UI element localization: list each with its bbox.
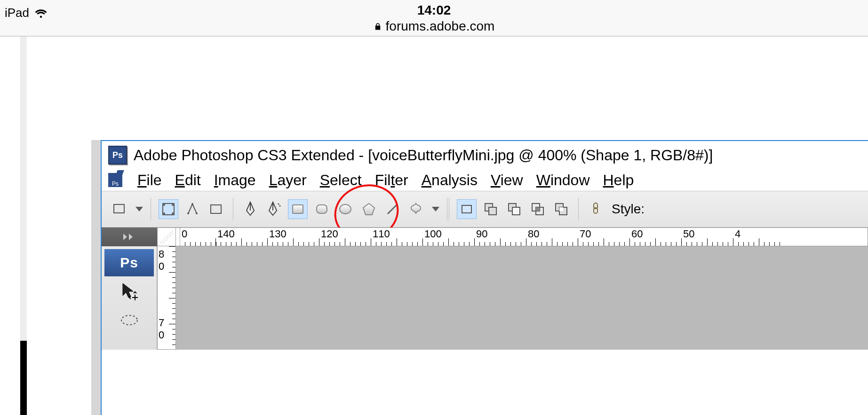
menu-select[interactable]: Select xyxy=(320,172,362,189)
svg-marker-30 xyxy=(123,234,127,240)
svg-point-36 xyxy=(121,315,137,325)
svg-point-16 xyxy=(340,204,351,214)
url-text: forums.adobe.com xyxy=(386,19,495,34)
polygon-shape-button[interactable] xyxy=(359,200,378,219)
clock: 14:02 xyxy=(374,3,495,18)
svg-marker-17 xyxy=(363,204,374,215)
menu-edit[interactable]: Edit xyxy=(175,172,201,189)
lock-icon xyxy=(374,22,382,31)
menu-file[interactable]: File xyxy=(137,172,162,189)
ruler-origin-corner[interactable] xyxy=(157,227,176,246)
canvas-area[interactable] xyxy=(176,246,868,350)
ios-status-bar: iPad 14:02 forums.adobe.com xyxy=(0,0,868,37)
vruler-label: 0 xyxy=(159,260,164,273)
svg-point-5 xyxy=(172,212,174,214)
paths-button[interactable] xyxy=(183,200,202,219)
ruler-label: 80 xyxy=(528,228,539,240)
ruler-label: 60 xyxy=(631,228,643,240)
menu-image[interactable]: Image xyxy=(214,172,256,189)
menu-layer[interactable]: Layer xyxy=(269,172,307,189)
window-title-bar[interactable]: Ps Adobe Photoshop CS3 Extended - [voice… xyxy=(102,141,868,169)
svg-marker-31 xyxy=(129,234,133,240)
svg-point-4 xyxy=(163,212,165,214)
menu-help[interactable]: Help xyxy=(603,172,634,189)
svg-rect-23 xyxy=(512,207,520,215)
shape-layers-button[interactable] xyxy=(159,199,178,219)
photoshop-logo-icon: Ps xyxy=(108,146,127,164)
tool-preset-dropdown-icon[interactable] xyxy=(135,207,143,211)
svg-rect-14 xyxy=(293,205,303,213)
ruler-label: 120 xyxy=(321,228,338,240)
svg-rect-15 xyxy=(317,205,327,213)
svg-rect-19 xyxy=(462,205,471,213)
ruler-label: 110 xyxy=(373,228,390,240)
svg-rect-29 xyxy=(559,207,563,211)
menu-view[interactable]: View xyxy=(491,172,523,189)
pathfinder-exclude-button[interactable] xyxy=(552,200,571,219)
svg-line-33 xyxy=(162,233,174,244)
ruler-zero-marker xyxy=(180,228,181,246)
pathfinder-create-button[interactable] xyxy=(457,199,477,219)
rounded-rectangle-shape-button[interactable] xyxy=(312,200,331,219)
svg-rect-0 xyxy=(114,204,124,213)
wifi-icon xyxy=(34,6,48,20)
menu-window[interactable]: Window xyxy=(536,172,590,189)
vruler-label: 8 xyxy=(159,248,164,260)
ruler-zero-label: 0 xyxy=(182,228,187,240)
svg-point-12 xyxy=(278,204,279,205)
svg-point-6 xyxy=(187,212,189,214)
svg-line-32 xyxy=(160,231,173,243)
svg-rect-21 xyxy=(489,207,496,215)
vruler-label: 7 xyxy=(159,317,164,329)
ruler-label: 70 xyxy=(580,228,591,240)
screenshot-left-edge xyxy=(91,140,101,415)
device-name: iPad xyxy=(5,6,29,20)
svg-line-18 xyxy=(388,204,397,214)
panel-collapse-toggle[interactable] xyxy=(102,227,157,246)
svg-point-7 xyxy=(196,212,198,214)
svg-rect-26 xyxy=(536,207,540,211)
pathfinder-subtract-button[interactable] xyxy=(505,200,524,219)
line-shape-button[interactable] xyxy=(383,200,402,219)
ruler-label: 90 xyxy=(476,228,487,240)
style-link-icon[interactable] xyxy=(586,200,605,219)
svg-point-13 xyxy=(279,205,281,207)
pathfinder-intersect-button[interactable] xyxy=(528,200,547,219)
ruler-label: 140 xyxy=(217,228,235,240)
svg-point-8 xyxy=(191,203,193,205)
ruler-label: 130 xyxy=(269,228,287,240)
menu-filter[interactable]: Filter xyxy=(375,172,408,189)
pathfinder-add-button[interactable] xyxy=(481,200,500,219)
forum-left-gutter xyxy=(20,37,27,415)
browser-url[interactable]: forums.adobe.com xyxy=(374,19,495,34)
ruler-label: 50 xyxy=(683,228,694,240)
ellipse-shape-button[interactable] xyxy=(336,200,355,219)
vertical-ruler[interactable]: 8070 xyxy=(157,246,176,350)
svg-point-3 xyxy=(172,204,174,206)
svg-point-2 xyxy=(163,204,165,206)
style-label: Style: xyxy=(612,202,645,217)
menu-bar: Ps File Edit Image Layer Select Filter A… xyxy=(102,169,868,191)
window-title: Adobe Photoshop CS3 Extended - [voiceBut… xyxy=(134,147,713,164)
custom-shape-button[interactable] xyxy=(406,200,425,219)
menu-analysis[interactable]: Analysis xyxy=(422,172,478,189)
fill-pixels-button[interactable] xyxy=(207,200,225,219)
tool-options-bar: Style: xyxy=(102,191,868,227)
rectangle-shape-button[interactable] xyxy=(288,199,308,219)
ruler-label: 4 xyxy=(735,228,741,240)
document-icon[interactable]: Ps xyxy=(108,173,122,187)
move-tool[interactable] xyxy=(104,276,154,305)
svg-rect-9 xyxy=(211,205,221,213)
embedded-photoshop-screenshot: Ps Adobe Photoshop CS3 Extended - [voice… xyxy=(91,140,868,415)
tool-panel: Ps xyxy=(102,246,157,350)
tool-panel-header-icon[interactable]: Ps xyxy=(104,249,154,276)
pen-tool-icon[interactable] xyxy=(241,200,260,219)
vruler-label: 0 xyxy=(159,329,164,341)
shape-options-dropdown-icon[interactable] xyxy=(432,207,439,211)
ruler-label: 100 xyxy=(424,228,442,240)
marquee-tool[interactable] xyxy=(104,305,154,335)
tool-preset-picker[interactable] xyxy=(110,200,129,219)
horizontal-ruler[interactable]: 0 14013012011010090807060504 xyxy=(176,227,868,246)
freeform-pen-icon[interactable] xyxy=(264,200,283,219)
photoshop-window: Ps Adobe Photoshop CS3 Extended - [voice… xyxy=(101,140,868,415)
